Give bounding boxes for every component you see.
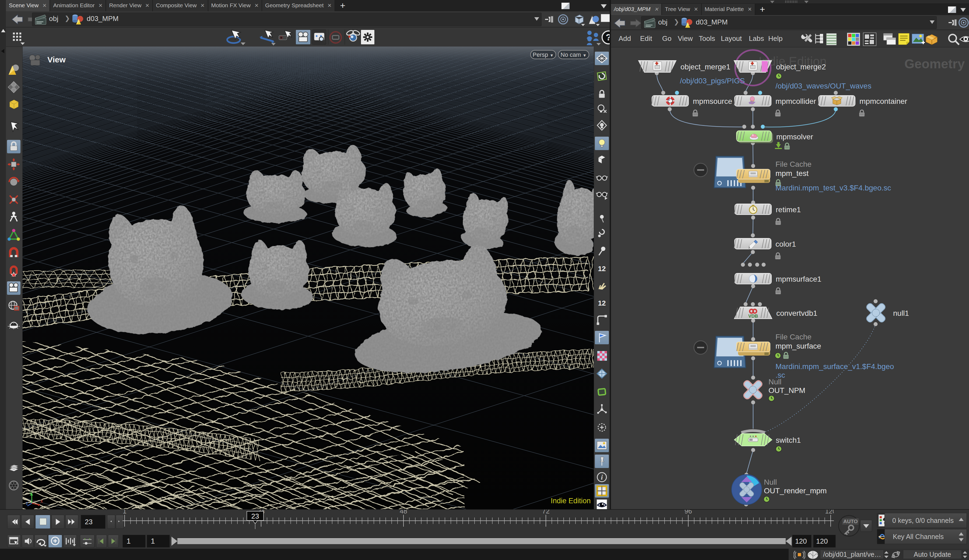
svg-text:retime1: retime1 bbox=[776, 206, 801, 214]
svg-text:Null: Null bbox=[764, 478, 777, 486]
svg-text:mpm_surface: mpm_surface bbox=[776, 342, 821, 350]
svg-text:/obj/d03_waves/OUT_waves: /obj/d03_waves/OUT_waves bbox=[776, 82, 871, 90]
svg-text:mpmsurface1: mpmsurface1 bbox=[776, 275, 821, 283]
svg-text:23: 23 bbox=[251, 512, 259, 520]
svg-text:mpmsolver: mpmsolver bbox=[776, 133, 813, 141]
svg-text:color1: color1 bbox=[776, 240, 796, 248]
svg-text:switch1: switch1 bbox=[776, 436, 801, 444]
svg-text:File Cache: File Cache bbox=[776, 160, 811, 168]
svg-text:z: z bbox=[26, 500, 28, 506]
svg-text:y: y bbox=[30, 491, 32, 496]
svg-text:OUT_render_mpm: OUT_render_mpm bbox=[764, 487, 827, 495]
svg-text:Mardini.mpm_surface_v1.$F4.bge: Mardini.mpm_surface_v1.$F4.bgeo bbox=[776, 362, 894, 371]
svg-text:mpmsource: mpmsource bbox=[693, 97, 732, 105]
svg-text:Geometry: Geometry bbox=[904, 57, 965, 71]
svg-text:120: 120 bbox=[825, 510, 834, 515]
svg-text:48: 48 bbox=[400, 510, 407, 515]
svg-text:1: 1 bbox=[123, 510, 127, 515]
svg-text:mpmcollider: mpmcollider bbox=[776, 97, 816, 105]
svg-text:x: x bbox=[40, 499, 43, 504]
svg-text:i: i bbox=[601, 474, 603, 481]
svg-text:Mardini.mpm_test_v3.$F4.bgeo.s: Mardini.mpm_test_v3.$F4.bgeo.sc bbox=[776, 184, 891, 192]
svg-text:VDB: VDB bbox=[748, 314, 758, 319]
svg-text:/obj/d03_pigs/PIGS: /obj/d03_pigs/PIGS bbox=[680, 76, 745, 85]
svg-text:object_merge1: object_merge1 bbox=[681, 63, 730, 71]
svg-text:72: 72 bbox=[542, 510, 549, 515]
svg-text:object_merge2: object_merge2 bbox=[776, 63, 826, 71]
svg-text:mpm_test: mpm_test bbox=[776, 169, 809, 178]
svg-text:12: 12 bbox=[598, 299, 606, 307]
svg-text:null1: null1 bbox=[893, 309, 909, 317]
svg-text:96: 96 bbox=[684, 510, 692, 515]
svg-text:mpmcontainer: mpmcontainer bbox=[859, 97, 907, 105]
svg-text:convertvdb1: convertvdb1 bbox=[776, 309, 817, 317]
svg-text:12: 12 bbox=[598, 265, 606, 273]
svg-text:OUT_NPM: OUT_NPM bbox=[768, 386, 805, 395]
svg-text:File Cache: File Cache bbox=[776, 333, 811, 341]
svg-text:Null: Null bbox=[768, 378, 781, 386]
